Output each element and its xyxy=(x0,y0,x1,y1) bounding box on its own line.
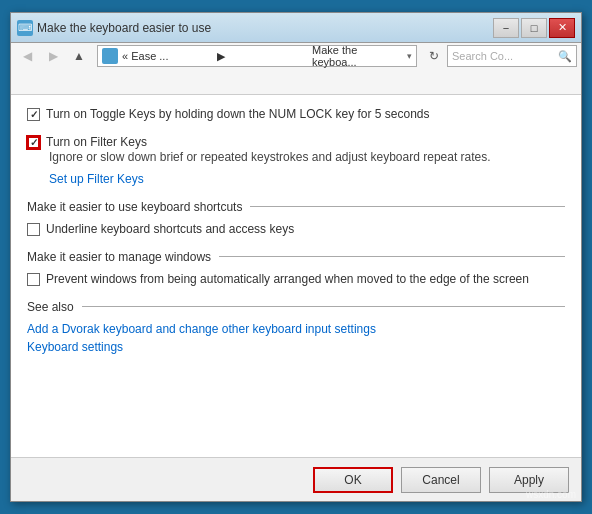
keyboard-shortcuts-divider: Make it easier to use keyboard shortcuts xyxy=(27,200,565,214)
divider-line-see-also xyxy=(82,306,565,307)
close-button[interactable]: ✕ xyxy=(549,18,575,38)
back-button[interactable]: ◀ xyxy=(15,45,39,67)
toggle-keys-row: Turn on Toggle Keys by holding down the … xyxy=(27,107,565,121)
keyboard-settings-link[interactable]: Keyboard settings xyxy=(27,340,565,354)
search-icon[interactable]: 🔍 xyxy=(558,50,572,63)
window-title: Make the keyboard easier to use xyxy=(37,21,211,35)
prevent-windows-row: Prevent windows from being automatically… xyxy=(27,272,565,286)
minimize-button[interactable]: − xyxy=(493,18,519,38)
address-icon xyxy=(102,48,118,64)
forward-button[interactable]: ▶ xyxy=(41,45,65,67)
filter-keys-details: Ignore or slow down brief or repeated ke… xyxy=(49,149,565,186)
cancel-button[interactable]: Cancel xyxy=(401,467,481,493)
breadcrumb1: « Ease ... xyxy=(122,50,213,62)
window-icon: ⌨ xyxy=(17,20,33,36)
toggle-keys-section: Turn on Toggle Keys by holding down the … xyxy=(27,107,565,121)
watermark: wsxdn.com xyxy=(526,489,576,500)
nav-row: ◀ ▶ ▲ « Ease ... ▶ Make the keyboa... ▾ … xyxy=(11,43,581,69)
filter-keys-checkbox[interactable] xyxy=(27,136,40,149)
prevent-windows-label: Prevent windows from being automatically… xyxy=(46,272,529,286)
filter-keys-description: Ignore or slow down brief or repeated ke… xyxy=(49,149,565,166)
breadcrumb-sep: ▶ xyxy=(217,50,308,63)
dvorak-link[interactable]: Add a Dvorak keyboard and change other k… xyxy=(27,322,565,336)
filter-keys-row: Turn on Filter Keys xyxy=(27,135,565,149)
address-dropdown[interactable]: ▾ xyxy=(407,51,412,61)
maximize-button[interactable]: □ xyxy=(521,18,547,38)
divider-line-shortcuts xyxy=(250,206,565,207)
keyboard-shortcuts-title: Make it easier to use keyboard shortcuts xyxy=(27,200,242,214)
toggle-keys-label: Turn on Toggle Keys by holding down the … xyxy=(46,107,430,121)
prevent-windows-section: Prevent windows from being automatically… xyxy=(27,272,565,286)
address-bar[interactable]: « Ease ... ▶ Make the keyboa... ▾ xyxy=(97,45,417,67)
breadcrumb2: Make the keyboa... xyxy=(312,44,403,68)
bottom-bar: OK Cancel Apply xyxy=(11,457,581,501)
ok-button[interactable]: OK xyxy=(313,467,393,493)
filter-keys-section: Turn on Filter Keys Ignore or slow down … xyxy=(27,135,565,186)
main-window: ⌨ Make the keyboard easier to use − □ ✕ … xyxy=(10,12,582,502)
see-also-links: Add a Dvorak keyboard and change other k… xyxy=(27,322,565,354)
manage-windows-title: Make it easier to manage windows xyxy=(27,250,211,264)
title-bar-controls: − □ ✕ xyxy=(493,18,575,38)
underline-shortcuts-checkbox[interactable] xyxy=(27,223,40,236)
underline-shortcuts-section: Underline keyboard shortcuts and access … xyxy=(27,222,565,236)
prevent-windows-checkbox[interactable] xyxy=(27,273,40,286)
setup-filter-keys-link[interactable]: Set up Filter Keys xyxy=(49,172,144,186)
toggle-keys-checkbox[interactable] xyxy=(27,108,40,121)
manage-windows-divider: Make it easier to manage windows xyxy=(27,250,565,264)
title-bar: ⌨ Make the keyboard easier to use − □ ✕ xyxy=(11,13,581,43)
up-button[interactable]: ▲ xyxy=(67,45,91,67)
content-area: Turn on Toggle Keys by holding down the … xyxy=(11,95,581,457)
search-placeholder: Search Co... xyxy=(452,50,554,62)
refresh-button[interactable]: ↻ xyxy=(423,45,445,67)
toolbar: ◀ ▶ ▲ « Ease ... ▶ Make the keyboa... ▾ … xyxy=(11,43,581,95)
divider-line-windows xyxy=(219,256,565,257)
title-bar-left: ⌨ Make the keyboard easier to use xyxy=(17,20,211,36)
filter-keys-label: Turn on Filter Keys xyxy=(46,135,147,149)
see-also-title: See also xyxy=(27,300,74,314)
search-box[interactable]: Search Co... 🔍 xyxy=(447,45,577,67)
underline-shortcuts-label: Underline keyboard shortcuts and access … xyxy=(46,222,294,236)
underline-shortcuts-row: Underline keyboard shortcuts and access … xyxy=(27,222,565,236)
see-also-divider: See also xyxy=(27,300,565,314)
main-content: Turn on Toggle Keys by holding down the … xyxy=(11,95,581,457)
